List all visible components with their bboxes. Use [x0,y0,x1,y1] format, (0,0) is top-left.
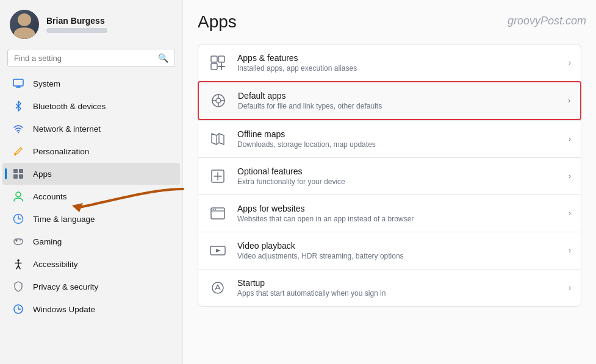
sidebar-label-personalization: Personalization [33,147,89,156]
sidebar-item-update[interactable]: Windows Update [2,298,180,320]
shield-icon [12,280,24,293]
default-apps-desc: Defaults for file and link types, other … [238,102,558,110]
sidebar-label-system: System [33,79,60,88]
sidebar-label-time: Time & language [33,215,95,224]
sidebar-label-privacy: Privacy & security [33,282,98,291]
svg-point-40 [213,209,214,210]
sidebar-item-network[interactable]: Network & internet [2,118,180,140]
sidebar-label-bluetooth: Bluetooth & devices [33,102,106,111]
svg-rect-7 [13,174,18,179]
apps-websites-title: Apps for websites [237,204,559,213]
apps-features-chevron: › [569,59,571,67]
user-name: Brian Burgess [46,16,107,26]
sidebar-label-update: Windows Update [33,305,95,314]
optional-features-chevron: › [569,172,571,180]
startup-icon [208,278,228,298]
settings-item-apps-features[interactable]: Apps & features Installed apps, app exec… [198,44,581,81]
startup-title: Startup [237,278,559,288]
sidebar-item-personalization[interactable]: Personalization [2,140,180,162]
offline-maps-text: Offline maps Downloads, storage location… [237,129,559,149]
settings-list: Apps & features Installed apps, app exec… [198,44,581,307]
sidebar-label-accessibility: Accessibility [33,260,78,269]
avatar [10,10,39,39]
svg-line-19 [18,266,20,269]
apps-websites-text: Apps for websites Websites that can open… [237,204,559,223]
sidebar-item-apps[interactable]: Apps [2,163,180,185]
accessibility-icon [12,258,24,270]
sidebar-item-accessibility[interactable]: Accessibility [2,253,180,275]
settings-item-default-apps[interactable]: Default apps Defaults for file and link … [198,81,581,120]
svg-point-27 [216,98,221,103]
svg-line-18 [16,266,18,269]
sidebar-item-gaming[interactable]: Gaming [2,230,180,252]
sidebar-item-accounts[interactable]: Accounts [2,185,180,207]
sidebar-item-privacy[interactable]: Privacy & security [2,276,180,298]
startup-chevron: › [569,284,571,292]
default-apps-title: Default apps [238,91,558,101]
offline-maps-chevron: › [569,135,571,143]
offline-maps-desc: Downloads, storage location, map updates [237,140,559,149]
user-info: Brian Burgess [46,16,107,33]
apps-icon [12,168,24,180]
svg-marker-43 [216,249,221,252]
svg-point-41 [215,209,216,210]
user-status-bar [46,28,107,33]
wifi-icon [12,123,24,135]
svg-rect-8 [19,174,23,179]
default-apps-icon [209,91,228,110]
svg-rect-23 [211,63,217,70]
optional-features-desc: Extra functionality for your device [237,177,559,186]
settings-item-offline-maps[interactable]: Offline maps Downloads, storage location… [198,120,581,157]
search-box[interactable]: 🔍 [7,49,175,67]
default-apps-chevron: › [568,96,570,105]
update-icon [12,303,24,315]
settings-item-video-playback[interactable]: Video playback Video adjustments, HDR st… [198,232,581,269]
video-playback-desc: Video adjustments, HDR streaming, batter… [237,252,559,260]
default-apps-text: Default apps Defaults for file and link … [238,91,558,110]
svg-point-14 [20,240,21,241]
watermark: groovyPost.com [508,15,586,27]
apps-features-title: Apps & features [237,53,559,63]
video-playback-chevron: › [569,246,571,255]
monitor-icon [12,77,24,90]
apps-websites-icon [208,204,228,223]
bluetooth-icon [12,100,24,112]
svg-marker-32 [212,134,224,145]
apps-websites-desc: Websites that can open in an app instead… [237,215,559,223]
svg-rect-0 [13,79,23,86]
apps-features-desc: Installed apps, app execution aliases [237,64,559,73]
svg-point-9 [16,192,21,197]
apps-features-text: Apps & features Installed apps, app exec… [237,53,559,73]
sidebar-item-time[interactable]: Time & language [2,208,180,230]
sidebar-item-bluetooth[interactable]: Bluetooth & devices [2,95,180,117]
video-playback-icon [208,241,228,260]
optional-features-title: Optional features [237,166,559,176]
sidebar-label-gaming: Gaming [33,237,62,246]
offline-maps-icon [208,129,228,149]
startup-text: Startup Apps that start automatically wh… [237,278,559,298]
gamepad-icon [12,235,24,248]
settings-item-optional-features[interactable]: Optional features Extra functionality fo… [198,157,581,194]
main-content: groovyPost.com Apps Apps & features [183,0,596,364]
startup-desc: Apps that start automatically when you s… [237,289,559,298]
apps-websites-chevron: › [569,209,571,218]
svg-rect-5 [13,169,18,173]
offline-maps-title: Offline maps [237,129,559,139]
brush-icon [12,145,24,157]
search-input[interactable] [14,54,153,63]
optional-features-icon [208,166,228,186]
sidebar-label-network: Network & internet [33,124,101,134]
sidebar-label-apps: Apps [33,170,52,179]
clock-icon [12,213,24,225]
svg-rect-21 [211,56,217,62]
settings-item-startup[interactable]: Startup Apps that start automatically wh… [198,269,581,307]
video-playback-text: Video playback Video adjustments, HDR st… [237,241,559,260]
svg-rect-22 [218,56,224,62]
svg-rect-6 [19,169,23,173]
svg-point-44 [212,282,223,293]
sidebar-label-accounts: Accounts [33,192,67,201]
sidebar-item-system[interactable]: System [2,73,180,95]
svg-point-3 [18,132,19,134]
search-icon: 🔍 [158,53,168,63]
settings-item-apps-websites[interactable]: Apps for websites Websites that can open… [198,194,581,232]
